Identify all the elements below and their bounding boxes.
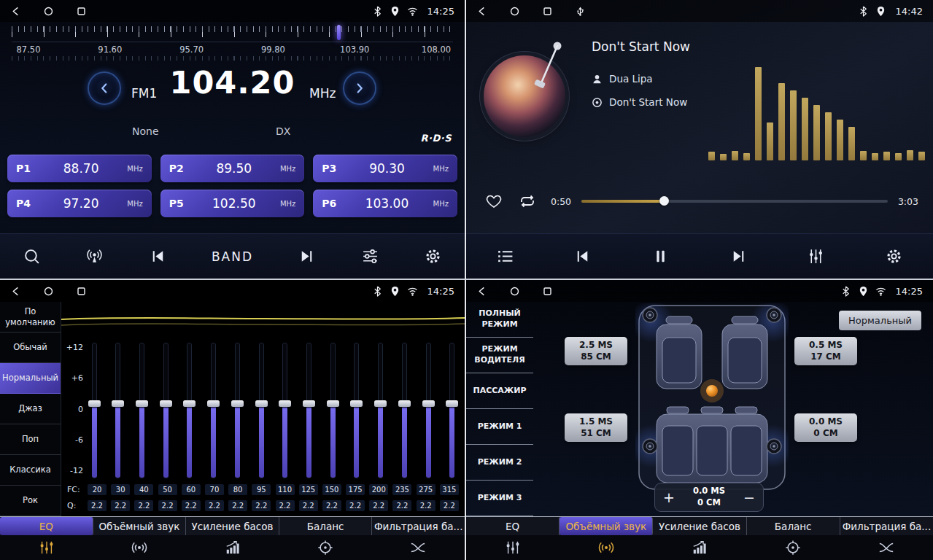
home-icon[interactable] [509,6,520,17]
delay-front-left[interactable]: 2.5 MS 85 CM [565,337,627,365]
eq-band-slider-95[interactable] [255,343,268,478]
eq-preset-1[interactable]: Обычай [0,332,61,363]
eq-band-slider-235[interactable] [398,343,411,478]
recents-icon[interactable] [76,6,87,17]
surround-mode-3[interactable]: РЕЖИМ 1 [466,409,533,445]
tab-icon-eq[interactable] [0,535,93,560]
eq-preset-4[interactable]: Поп [0,424,61,455]
delay-front-right[interactable]: 0.5 MS 17 CM [794,337,857,365]
prev-track-button[interactable] [573,247,592,265]
eq-slider-handle[interactable] [327,400,339,407]
surround-mode-0[interactable]: ПОЛНЫЙ РЕЖИМ [466,302,533,338]
tone-settings-button[interactable] [361,247,379,265]
eq-band-slider-50[interactable] [159,343,172,478]
seek-up-button[interactable] [343,71,376,105]
eq-slider-handle[interactable] [350,400,363,407]
progress-knob[interactable] [659,196,669,206]
back-icon[interactable] [476,286,487,297]
band-button[interactable]: BAND [212,249,253,264]
sound-tab-2[interactable]: Усиление басов [653,517,746,535]
eq-slider-handle[interactable] [136,400,148,407]
preset-P5[interactable]: P5 102.50 MHz [160,190,305,217]
eq-slider-handle[interactable] [422,400,435,407]
frequency-pointer[interactable] [337,25,341,40]
home-icon[interactable] [43,286,54,297]
eq-slider-handle[interactable] [112,400,124,407]
sound-tab-3[interactable]: Баланс [747,517,840,535]
sound-tab-1[interactable]: Объёмный звук [93,517,187,535]
prev-station-button[interactable] [149,247,167,265]
delay-decrease-button[interactable]: − [735,489,763,505]
eq-band-slider-200[interactable] [374,343,387,478]
back-icon[interactable] [476,6,487,17]
frequency-ruler[interactable] [12,26,453,42]
eq-band-slider-20[interactable] [88,343,101,478]
eq-band-slider-40[interactable] [135,343,148,478]
broadcast-button[interactable] [85,247,104,265]
eq-band-slider-80[interactable] [231,343,244,478]
eq-preset-2[interactable]: Нормальный [0,363,61,394]
sound-tab-1[interactable]: Объёмный звук [560,517,653,535]
sound-tab-2[interactable]: Усиление басов [186,517,279,535]
eq-slider-handle[interactable] [446,400,458,407]
eq-slider-handle[interactable] [231,400,244,407]
eq-band-slider-110[interactable] [279,343,292,478]
eq-slider-handle[interactable] [207,400,220,407]
eq-band-slider-315[interactable] [446,343,459,478]
eq-slider-handle[interactable] [160,400,172,407]
eq-band-slider-150[interactable] [326,343,339,478]
settings-button[interactable] [424,247,442,265]
home-icon[interactable] [43,6,54,17]
eq-band-slider-60[interactable] [183,343,196,478]
sound-tab-0[interactable]: EQ [0,517,93,535]
preset-P2[interactable]: P2 89.50 MHz [160,155,305,182]
tab-icon-bass[interactable] [186,535,279,560]
surround-mode-2[interactable]: ПАССАЖИР [466,373,533,409]
sound-tab-4[interactable]: Фильтрация ба... [840,517,933,535]
preset-P4[interactable]: P4 97.20 MHz [7,190,152,217]
profile-button[interactable]: Нормальный [839,311,921,330]
preset-P1[interactable]: P1 88.70 MHz [7,155,152,182]
home-icon[interactable] [509,286,520,297]
back-icon[interactable] [10,286,21,297]
recents-icon[interactable] [542,286,553,297]
sound-tab-3[interactable]: Баланс [279,517,373,535]
preset-P6[interactable]: P6 103.00 MHz [313,190,457,217]
eq-slider-handle[interactable] [255,400,268,407]
favorite-button[interactable] [485,192,503,210]
tab-icon-surround[interactable] [93,535,185,560]
album-art[interactable] [484,55,565,137]
sound-tab-0[interactable]: EQ [466,517,560,535]
tab-icon-filter[interactable] [372,535,465,560]
eq-band-slider-275[interactable] [422,343,435,478]
next-track-button[interactable] [729,247,748,265]
delay-rear-right[interactable]: 0.0 MS 0 CM [794,413,857,442]
scan-button[interactable] [23,247,41,265]
progress-slider[interactable] [581,195,888,207]
mixer-button[interactable] [807,247,825,265]
repeat-button[interactable] [519,192,536,210]
recents-icon[interactable] [76,286,87,297]
eq-slider-handle[interactable] [374,400,387,407]
tab-icon-balance[interactable] [746,535,840,560]
eq-slider-handle[interactable] [303,400,315,407]
eq-band-slider-125[interactable] [302,343,315,478]
surround-mode-1[interactable]: РЕЖИМ ВОДИТЕЛЯ [466,338,533,373]
surround-mode-4[interactable]: РЕЖИМ 2 [466,445,533,481]
delay-rear-left[interactable]: 1.5 MS 51 CM [565,413,627,442]
eq-preset-6[interactable]: Рок [0,486,61,516]
tab-icon-balance[interactable] [279,535,371,560]
eq-band-slider-30[interactable] [112,343,125,478]
pause-button[interactable] [651,247,670,265]
eq-band-slider-70[interactable] [207,343,220,478]
tab-icon-surround[interactable] [560,535,653,560]
preset-P3[interactable]: P3 90.30 MHz [313,155,457,182]
eq-slider-handle[interactable] [398,400,411,407]
eq-slider-handle[interactable] [279,400,291,407]
tab-icon-filter[interactable] [840,535,933,560]
playlist-button[interactable] [496,247,514,265]
tab-icon-bass[interactable] [653,535,746,560]
eq-slider-handle[interactable] [88,400,101,407]
eq-preset-0[interactable]: По умолчанию [0,302,61,332]
eq-slider-handle[interactable] [183,400,195,407]
